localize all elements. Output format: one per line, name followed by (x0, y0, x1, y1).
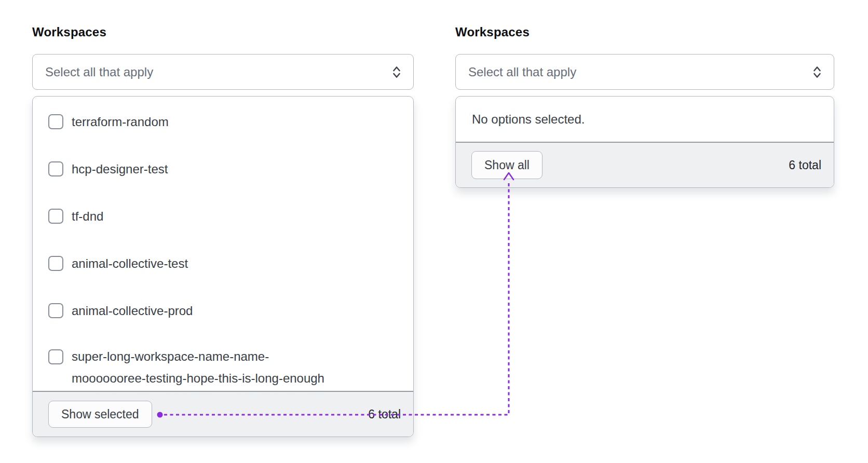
option-label: terraform-random (72, 111, 169, 133)
empty-message: No options selected. (472, 112, 585, 127)
option-label: hcp-designer-test (72, 158, 168, 180)
option-row[interactable]: super-long-workspace-name-name- moooooor… (48, 334, 401, 389)
show-selected-button[interactable]: Show selected (48, 401, 152, 428)
option-row[interactable]: animal-collective-prod (48, 287, 401, 334)
total-count: 6 total (368, 407, 401, 421)
option-row[interactable]: hcp-designer-test (48, 145, 401, 193)
options-list: terraform-random hcp-designer-test tf-dn… (33, 97, 413, 390)
selection-summary-panel: No options selected. Show all 6 total (455, 96, 834, 188)
show-all-button[interactable]: Show all (471, 151, 542, 179)
option-row[interactable]: tf-dnd (48, 193, 401, 240)
checkbox[interactable] (48, 209, 63, 224)
trigger-placeholder: Select all that apply (468, 65, 576, 79)
checkbox[interactable] (48, 161, 63, 176)
checkbox[interactable] (48, 114, 63, 129)
page: Workspaces Select all that apply terrafo… (0, 0, 868, 463)
option-label: animal-collective-prod (72, 300, 193, 322)
select-trigger-left[interactable]: Select all that apply (32, 54, 414, 90)
option-row[interactable]: animal-collective-test (48, 240, 401, 287)
options-dropdown: terraform-random hcp-designer-test tf-dn… (32, 96, 414, 437)
trigger-placeholder: Select all that apply (45, 65, 153, 79)
summary-body: No options selected. (456, 97, 834, 142)
option-label: tf-dnd (72, 206, 103, 227)
summary-footer: Show all 6 total (456, 142, 834, 187)
workspaces-label-right: Workspaces (455, 25, 530, 39)
dropdown-footer: Show selected 6 total (33, 391, 413, 437)
checkbox[interactable] (48, 303, 63, 318)
checkbox[interactable] (48, 256, 63, 271)
checkbox[interactable] (48, 349, 63, 364)
option-row[interactable]: terraform-random (48, 98, 401, 145)
option-label: super-long-workspace-name-name- moooooor… (72, 346, 324, 389)
workspaces-label-left: Workspaces (32, 25, 106, 39)
sort-caret-icon (812, 65, 822, 79)
select-trigger-right[interactable]: Select all that apply (455, 54, 834, 90)
sort-caret-icon (391, 65, 402, 79)
total-count: 6 total (789, 158, 821, 172)
option-label: animal-collective-test (72, 253, 188, 275)
